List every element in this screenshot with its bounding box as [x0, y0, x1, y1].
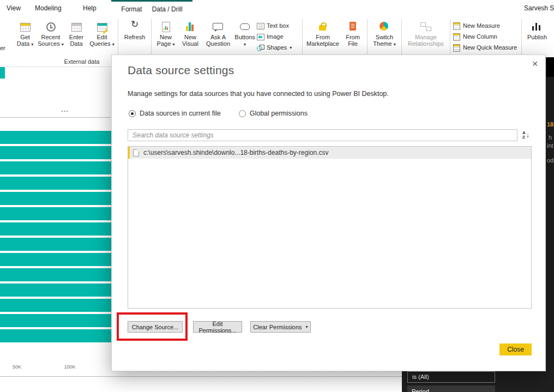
ask-a-question-icon: [212, 21, 224, 32]
enter-data-button[interactable]: Enter Data: [64, 16, 88, 57]
chart-bar[interactable]: [0, 161, 112, 174]
data-source-row[interactable]: c:\users\sarvesh.shinde\downlo...18-birt…: [128, 147, 531, 159]
buttons-label: Buttons: [234, 34, 255, 40]
chart-bar[interactable]: [0, 131, 112, 144]
new-column-icon: [453, 33, 460, 40]
chart-bar[interactable]: [0, 177, 112, 190]
shapes-button[interactable]: Shapes ▾: [256, 44, 300, 51]
radio-global-permissions[interactable]: [239, 110, 246, 117]
visual-more-options-icon[interactable]: ...: [61, 105, 69, 113]
close-icon[interactable]: ✕: [532, 59, 538, 68]
buttons-button[interactable]: Buttons ▾: [233, 16, 256, 57]
chart-bar[interactable]: [0, 253, 112, 266]
ribbon-group-separator: [401, 19, 402, 56]
from-file-button[interactable]: From File: [341, 16, 365, 57]
new-measure-button[interactable]: New Measure: [453, 22, 519, 29]
data-source-settings-dialog: ✕ Data source settings Manage settings f…: [111, 55, 546, 371]
get-data-button[interactable]: Get Data ▾: [13, 16, 37, 57]
from-marketplace-button[interactable]: From Marketplace: [305, 16, 341, 57]
clipped-text-fragment: od: [547, 157, 553, 164]
chart-bar[interactable]: [0, 207, 112, 220]
menu-tab-view[interactable]: View: [7, 0, 21, 16]
data-source-path: c:\users\sarvesh.shinde\downlo...18-birt…: [143, 149, 329, 156]
chevron-down-icon: ⌄: [485, 388, 491, 392]
new-quick-measure-button[interactable]: New Quick Measure: [453, 44, 519, 51]
caret-down-icon: ▾: [172, 42, 174, 47]
new-page-icon: [160, 21, 172, 32]
clear-permissions-button[interactable]: Clear Permissions ▾: [250, 321, 311, 333]
manage-relationships-label: Manage Relationships: [408, 34, 444, 47]
menu-tab-format[interactable]: Format: [121, 5, 142, 13]
calculations-small-group: New Measure New Column New Quick Measure: [453, 16, 519, 57]
text-box-button[interactable]: Text box: [256, 22, 300, 29]
file-icon: [133, 149, 139, 156]
ribbon-group-separator: [450, 19, 450, 56]
from-marketplace-label: From Marketplace: [306, 34, 339, 47]
ribbon-group-separator: [367, 19, 368, 56]
chart-bar[interactable]: [0, 299, 112, 312]
chart-bar[interactable]: [0, 192, 112, 205]
image-button[interactable]: Image: [256, 33, 300, 40]
publish-label: Publish: [527, 34, 547, 40]
dialog-title: Data source settings: [128, 64, 234, 77]
switch-theme-icon: [378, 21, 390, 32]
new-visual-button[interactable]: New Visual: [178, 16, 203, 57]
publish-button[interactable]: Publish: [524, 16, 550, 57]
chart-bar[interactable]: [0, 314, 112, 327]
chart-bar[interactable]: [0, 238, 112, 251]
insert-small-group: Text box Image Shapes ▾: [256, 16, 300, 57]
chart-bar[interactable]: [0, 284, 112, 297]
menu-tab-data-drill[interactable]: Data / Drill: [152, 5, 183, 13]
get-data-icon: [19, 21, 31, 32]
manage-relationships-icon: [420, 21, 432, 32]
scope-radio-group: Data sources in current file Global perm…: [129, 110, 308, 117]
change-source-button[interactable]: Change Source...: [128, 321, 183, 333]
ribbon-group-separator: [302, 19, 303, 56]
filter-value-box[interactable]: is (All): [407, 371, 495, 383]
menu-tab-help[interactable]: Help: [83, 0, 97, 16]
menu-tab-modeling[interactable]: Modeling: [35, 0, 62, 16]
caret-down-icon: ▾: [244, 42, 246, 47]
filter-card-header[interactable]: Period ⌄: [407, 385, 495, 392]
image-label: Image: [267, 33, 284, 40]
chart-bar[interactable]: [0, 222, 112, 236]
refresh-icon: [129, 21, 141, 32]
refresh-button[interactable]: Refresh: [121, 16, 149, 57]
ask-a-question-button[interactable]: Ask A Question: [203, 16, 233, 57]
shapes-label: Shapes: [267, 44, 287, 51]
contextual-tab-group: Format Data / Drill: [111, 0, 192, 16]
new-visual-label: New Visual: [182, 34, 198, 47]
publish-icon: [531, 21, 543, 32]
close-button[interactable]: Close: [499, 343, 532, 355]
edit-queries-icon: [96, 21, 108, 32]
new-page-label: New Page: [157, 34, 172, 47]
new-column-button[interactable]: New Column: [453, 33, 519, 40]
new-page-button[interactable]: New Page ▾: [154, 16, 178, 57]
sort-letter-z: Z: [522, 135, 526, 140]
new-column-label: New Column: [463, 33, 497, 40]
search-input[interactable]: [128, 129, 517, 141]
caret-down-icon: ▾: [31, 42, 33, 47]
edit-queries-button[interactable]: Edit Queries ▾: [88, 16, 116, 57]
caret-down-icon: ▾: [290, 45, 292, 50]
x-axis-tick-100k: 100K: [61, 364, 79, 370]
clipped-text-fragment: int: [547, 142, 553, 149]
switch-theme-label: Switch Theme: [373, 34, 393, 47]
sort-icon[interactable]: A Z ↓: [522, 129, 529, 141]
manage-relationships-button[interactable]: Manage Relationships: [404, 16, 448, 57]
edit-permissions-button[interactable]: Edit Permissions...: [193, 321, 242, 333]
signed-in-user[interactable]: Sarvesh Sh: [524, 0, 554, 16]
caret-down-icon: ▾: [394, 42, 396, 47]
caret-down-icon: ▾: [62, 42, 64, 47]
chart-bar[interactable]: [0, 268, 112, 281]
recent-sources-button[interactable]: Recent Sources ▾: [37, 16, 64, 57]
new-quick-measure-icon: [453, 44, 460, 51]
chart-bar[interactable]: [0, 329, 112, 342]
chart-bar[interactable]: [0, 146, 112, 159]
buttons-icon: [239, 21, 251, 32]
radio-current-file[interactable]: [129, 110, 136, 117]
radio-current-file-label[interactable]: Data sources in current file: [140, 110, 221, 117]
new-measure-icon: [453, 22, 460, 29]
radio-global-permissions-label[interactable]: Global permissions: [250, 110, 308, 117]
switch-theme-button[interactable]: Switch Theme ▾: [370, 16, 399, 57]
